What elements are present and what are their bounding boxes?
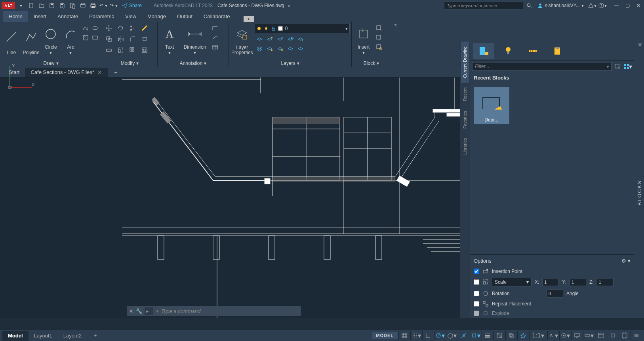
layer-match-icon[interactable] [255, 44, 264, 53]
layer-change-icon[interactable] [286, 44, 295, 53]
object-snap-icon[interactable]: ▾ [470, 331, 481, 340]
layer-dropdown[interactable]: 0 ▾ [255, 24, 350, 33]
ribbon-tab-manage[interactable]: Manage [142, 11, 171, 22]
trim-icon[interactable] [128, 24, 137, 32]
palette-tool-measure[interactable] [522, 43, 543, 59]
annotation-visibility-icon[interactable]: A▾ [547, 331, 558, 340]
side-tab-recent[interactable]: Recent [461, 83, 469, 106]
options-gear-icon[interactable]: ⚙ ▾ [621, 258, 631, 264]
insert-block-button[interactable]: Insert▾ [354, 24, 373, 55]
blocks-insert-icon[interactable] [613, 62, 622, 71]
ribbon-tab-insert[interactable]: Insert [28, 11, 52, 22]
quick-properties-icon[interactable] [595, 331, 606, 340]
create-block-icon[interactable] [375, 24, 383, 32]
share-button[interactable]: Share [120, 3, 144, 8]
search-icon[interactable] [525, 1, 533, 10]
rotate-icon[interactable] [116, 24, 125, 32]
layer-state-icon[interactable] [275, 44, 285, 53]
polyline-button[interactable]: Polyline [22, 24, 40, 55]
move-icon[interactable] [105, 24, 113, 32]
new-icon[interactable] [27, 1, 36, 10]
help-icon[interactable]: ? ▾ [598, 1, 607, 10]
menu-dropdown[interactable]: ▾ [17, 1, 25, 10]
save-icon[interactable] [48, 1, 56, 10]
units-icon[interactable]: ▾ [583, 331, 594, 340]
minimize-button[interactable]: — [612, 2, 620, 9]
dimension-button[interactable]: Dimension▾ [181, 24, 209, 55]
explode-icon[interactable] [140, 35, 149, 44]
isolate-objects-icon[interactable] [607, 331, 618, 340]
ellipse-icon[interactable] [91, 24, 99, 32]
isometric-icon[interactable]: ▾ [446, 331, 457, 340]
spline-icon[interactable] [81, 24, 90, 32]
ribbon-tab-collaborate[interactable]: Collaborate [198, 11, 236, 22]
scale-y-input[interactable] [570, 278, 586, 286]
ribbon-overflow-dropdown[interactable]: ▼ [244, 16, 254, 22]
stretch-icon[interactable] [105, 46, 113, 55]
layer-walk-icon[interactable] [296, 44, 305, 53]
mirror-icon[interactable] [116, 35, 125, 44]
open-icon[interactable] [37, 1, 46, 10]
polar-tracking-icon[interactable]: ▾ [434, 331, 445, 340]
model-space-badge[interactable]: MODEL [372, 332, 398, 339]
scale-z-input[interactable] [597, 278, 614, 286]
scale-dropdown[interactable]: Scale▾ [492, 278, 532, 286]
ribbon-tab-annotate[interactable]: Annotate [52, 11, 84, 22]
title-more-arrow[interactable]: ▸ [288, 3, 291, 8]
layer-freeze-icon[interactable] [275, 35, 285, 44]
model-tab[interactable]: Model [2, 331, 29, 341]
layer-previous-icon[interactable] [265, 44, 274, 53]
snap-mode-icon[interactable]: ▾ [410, 331, 421, 340]
maximize-button[interactable]: ▢ [623, 2, 631, 9]
search-input[interactable]: Type a keyword or phrase [444, 2, 523, 9]
command-line[interactable]: ✕ 🔧 ▸_▾ Type a command [127, 306, 301, 316]
layout2-tab[interactable]: Layout2 [58, 331, 87, 341]
customization-icon[interactable] [631, 331, 642, 340]
palette-tool-light[interactable] [497, 43, 519, 59]
scale-x-input[interactable] [542, 278, 559, 286]
explode-checkbox[interactable] [474, 311, 479, 316]
user-account-button[interactable]: nishant.naikVY...▾ [535, 3, 586, 8]
workspace-switching-icon[interactable]: ▾ [559, 331, 570, 340]
autodesk-app-icon[interactable]: ▾ [588, 1, 596, 10]
blocks-filter-input[interactable]: Filter...▾ [472, 62, 612, 71]
palette-title-bar[interactable]: BLOCKS [634, 42, 644, 318]
layer-iso-icon[interactable] [265, 35, 274, 44]
ribbon-tab-home[interactable]: Home [3, 11, 28, 22]
object-snap-tracking-icon[interactable] [458, 331, 469, 340]
layer-make-current-icon[interactable] [296, 35, 305, 44]
layer-properties-button[interactable]: Layer Properties [231, 24, 253, 55]
ortho-mode-icon[interactable] [422, 331, 433, 340]
circle-button[interactable]: Circle▾ [42, 24, 60, 55]
line-button[interactable]: Line [2, 24, 21, 55]
saveas-icon[interactable] [58, 1, 67, 10]
annotation-monitor-icon[interactable] [571, 331, 582, 340]
layer-off-icon[interactable] [255, 35, 264, 44]
insertion-point-checkbox[interactable] [474, 269, 479, 274]
repeat-checkbox[interactable] [474, 301, 479, 307]
lineweight-icon[interactable] [482, 331, 493, 340]
redo-icon[interactable]: ↷ ▾ [109, 1, 118, 10]
selection-cycling-icon[interactable] [505, 331, 516, 340]
ribbon-tab-view[interactable]: View [120, 11, 142, 22]
hatch-icon[interactable] [81, 33, 90, 42]
mleader-icon[interactable] [211, 33, 219, 42]
plot-icon[interactable] [78, 1, 87, 10]
annotation-scale-icon[interactable] [517, 331, 528, 340]
array-icon[interactable] [128, 46, 137, 55]
clean-screen-icon[interactable] [619, 331, 630, 340]
cmd-close-icon[interactable]: ✕ [129, 308, 133, 314]
copy-icon[interactable] [105, 35, 113, 44]
rectangle-icon[interactable] [91, 33, 99, 42]
side-tab-current[interactable]: Current Drawing [461, 42, 469, 83]
rotation-input[interactable] [547, 290, 563, 297]
offset-icon[interactable] [140, 46, 149, 55]
transparency-icon[interactable] [493, 331, 505, 340]
palette-tool-tool-palettes[interactable] [473, 43, 494, 59]
ribbon-tab-parametric[interactable]: Parametric [84, 11, 120, 22]
web-mobile-icon[interactable] [68, 1, 77, 10]
text-button[interactable]: AText▾ [160, 24, 179, 55]
erase-icon[interactable] [140, 24, 149, 32]
blocks-view-icon[interactable]: ▾ [623, 62, 632, 71]
side-tab-libraries[interactable]: Libraries [461, 133, 469, 159]
